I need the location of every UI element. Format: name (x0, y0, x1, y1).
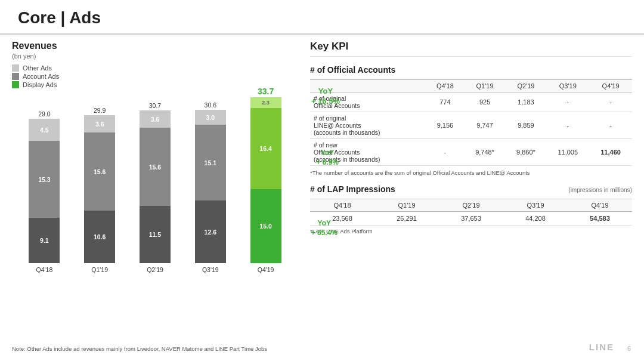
yoy-total-label: YoY+ 16.5% (311, 87, 340, 107)
page: Core | Ads Revenues (bn yen) Other Ads A… (0, 0, 644, 358)
col-header-q418: Q4'18 (426, 80, 464, 92)
table-row: # of newOfficial Accounts(accounts in th… (310, 139, 632, 166)
cell: - (546, 92, 589, 112)
lap-header: # of LAP Impressions (impressions in mil… (310, 184, 632, 194)
cell: - (546, 112, 589, 139)
bar-other-q419: 2.3 (250, 97, 281, 108)
lap-cell: 44,208 (503, 212, 568, 226)
bar-stack-q219: 11.5 15.6 3.6 (140, 110, 171, 263)
lap-col-q419: Q4'19 (568, 199, 632, 212)
lap-unit: (impressions in millions) (568, 187, 632, 193)
page-title: Core | Ads (18, 8, 626, 27)
bar-other-q418: 4.5 (29, 119, 60, 141)
bar-other-q319: 3.0 (195, 110, 226, 125)
lap-col-q119: Q1'19 (374, 199, 439, 212)
col-header-q119: Q1'19 (465, 80, 506, 92)
bar-chart: 29.0 9.1 15.3 4.5 Q4'18 29.9 10.6 15.6 3… (18, 94, 292, 273)
bar-xlabel-q418: Q4'18 (36, 266, 53, 273)
bar-xlabel-q419: Q4'19 (258, 266, 274, 273)
bar-stack-q119: 10.6 15.6 3.6 (84, 115, 115, 263)
other-ads-color (12, 64, 19, 72)
bar-group-q419: 33.7 15.0 16.4 2.3 Q4'19 YoY+ 16.5% YoY+… (239, 87, 292, 273)
bar-account-q319: 15.1 (195, 125, 226, 200)
bar-xlabel-q319: Q3'19 (202, 266, 219, 273)
row-label: # of originalLINE@ Accounts(accounts in … (310, 112, 426, 139)
lap-col-q319: Q3'19 (503, 199, 568, 212)
account-ads-label: Account Ads (23, 73, 59, 80)
bar-group-q119: 29.9 10.6 15.6 3.6 Q1'19 (73, 107, 126, 273)
header: Core | Ads (0, 0, 644, 35)
display-ads-label: Display Ads (23, 81, 57, 88)
line-logo: LINE (589, 342, 614, 352)
kpi-title: Key KPI (310, 41, 632, 57)
lap-cell: 37,653 (439, 212, 503, 226)
col-header-q319: Q3'19 (546, 80, 589, 92)
cell: 774 (426, 92, 464, 112)
chart-legend: Other Ads Account Ads Display Ads (12, 64, 292, 88)
chart-footer-note: Note: Other Ads include ad revenues main… (12, 345, 267, 352)
lap-table: Q4'18 Q1'19 Q2'19 Q3'19 Q4'19 23,568 26,… (310, 199, 632, 226)
left-panel: Revenues (bn yen) Other Ads Account Ads … (12, 41, 292, 273)
bar-group-q319: 30.6 12.6 15.1 3.0 Q3'19 (184, 101, 237, 273)
cell: - (589, 112, 632, 139)
account-ads-color (12, 73, 19, 80)
table-row: 23,568 26,291 37,653 44,208 54,583 (310, 212, 632, 226)
bar-group-q418: 29.0 9.1 15.3 4.5 Q4'18 (18, 110, 71, 273)
bar-total-q419: 33.7 (258, 87, 274, 96)
bar-stack-q418: 9.1 15.3 4.5 (29, 119, 60, 263)
col-header-q419: Q4'19 (589, 80, 632, 92)
page-number: 6 (627, 345, 631, 352)
table-row: # of originalOfficial Accounts 774 925 1… (310, 92, 632, 112)
chart-subtitle: (bn yen) (12, 53, 292, 60)
lap-col-q418: Q4'18 (310, 199, 374, 212)
cell: 9,156 (426, 112, 464, 139)
bar-other-q119: 3.6 (84, 115, 115, 132)
lap-cell-highlight: 54,583 (568, 212, 632, 226)
bar-total-q219: 30.7 (149, 102, 161, 109)
legend-item-other: Other Ads (12, 64, 292, 72)
bar-other-q219: 3.6 (140, 110, 171, 128)
bar-account-q219: 15.6 (140, 128, 171, 206)
other-ads-label: Other Ads (23, 64, 52, 72)
bar-account-q119: 15.6 (84, 132, 115, 211)
lap-title: # of LAP Impressions (310, 184, 395, 194)
lap-note: *LAP: LINE Ads Platform (310, 228, 632, 234)
bar-display-q418: 9.1 (29, 218, 60, 263)
lap-col-q219: Q2'19 (439, 199, 503, 212)
bar-display-q219: 11.5 (140, 206, 171, 263)
right-panel: Key KPI # of Official Accounts Q4'18 Q1'… (304, 41, 632, 273)
content-area: Revenues (bn yen) Other Ads Account Ads … (0, 41, 644, 273)
official-accounts-table: Q4'18 Q1'19 Q2'19 Q3'19 Q4'19 # of origi… (310, 79, 632, 166)
bar-total-q119: 29.9 (94, 107, 106, 114)
lap-section: # of LAP Impressions (impressions in mil… (310, 184, 632, 234)
bar-xlabel-q119: Q1'19 (91, 266, 108, 273)
cell: - (589, 92, 632, 112)
legend-item-account: Account Ads (12, 73, 292, 80)
bar-stack-q419: 15.0 16.4 2.3 (250, 97, 281, 263)
cell: 1,183 (506, 92, 547, 112)
cell: 925 (465, 92, 506, 112)
official-accounts-note: *The number of accounts are the sum of o… (310, 169, 632, 176)
lap-cell: 26,291 (374, 212, 439, 226)
bar-account-q418: 15.3 (29, 141, 60, 218)
yoy-account-label: YoY+ 6.9% (316, 149, 339, 167)
cell: 9,860* (506, 139, 547, 166)
display-ads-color (12, 81, 19, 88)
bar-xlabel-q219: Q2'19 (147, 266, 163, 273)
cell: 9,747 (465, 112, 506, 139)
bar-stack-q319: 12.6 15.1 3.0 (195, 110, 226, 263)
yoy-display-label: YoY+ 65.4% (311, 219, 338, 237)
bar-total-q319: 30.6 (205, 101, 216, 109)
bar-account-q419: 16.4 (250, 108, 281, 189)
cell: 11,005 (546, 139, 589, 166)
bar-display-q119: 10.6 (84, 211, 115, 263)
bar-group-q219: 30.7 11.5 15.6 3.6 Q2'19 (129, 102, 182, 273)
cell: 9,859 (506, 112, 547, 139)
cell-highlight: 11,460 (589, 139, 632, 166)
bar-display-q419: 15.0 (250, 189, 281, 263)
cell: 9,748* (465, 139, 506, 166)
col-header-q219: Q2'19 (506, 80, 547, 92)
cell: - (426, 139, 464, 166)
bar-display-q319: 12.6 (195, 200, 226, 263)
chart-title: Revenues (12, 41, 292, 51)
